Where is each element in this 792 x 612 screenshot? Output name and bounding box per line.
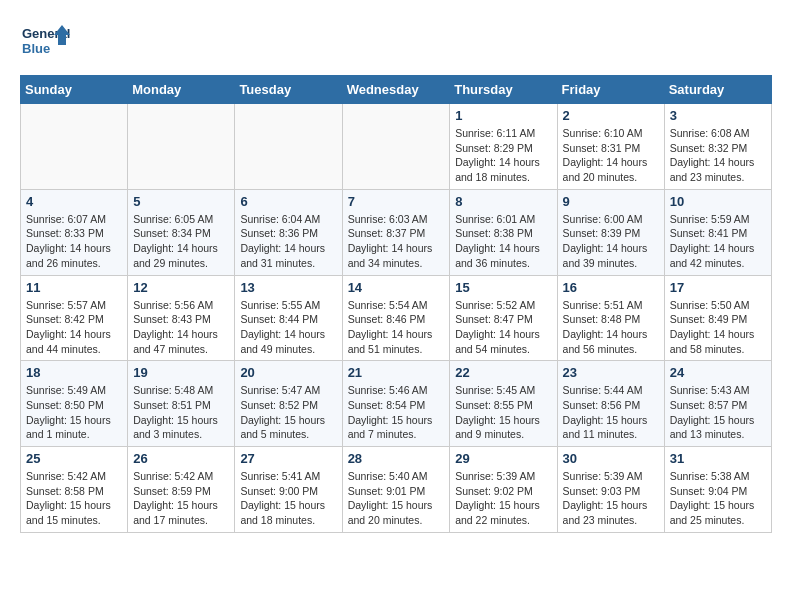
day-number: 14 [348,280,445,295]
day-info: Sunrise: 5:48 AM Sunset: 8:51 PM Dayligh… [133,383,229,442]
calendar-cell: 28Sunrise: 5:40 AM Sunset: 9:01 PM Dayli… [342,447,450,533]
day-info: Sunrise: 5:38 AM Sunset: 9:04 PM Dayligh… [670,469,766,528]
calendar-week-1: 1Sunrise: 6:11 AM Sunset: 8:29 PM Daylig… [21,104,772,190]
day-info: Sunrise: 5:59 AM Sunset: 8:41 PM Dayligh… [670,212,766,271]
day-info: Sunrise: 5:40 AM Sunset: 9:01 PM Dayligh… [348,469,445,528]
day-info: Sunrise: 5:42 AM Sunset: 8:59 PM Dayligh… [133,469,229,528]
calendar-cell: 13Sunrise: 5:55 AM Sunset: 8:44 PM Dayli… [235,275,342,361]
svg-text:Blue: Blue [22,41,50,56]
calendar-cell: 31Sunrise: 5:38 AM Sunset: 9:04 PM Dayli… [664,447,771,533]
calendar-cell: 24Sunrise: 5:43 AM Sunset: 8:57 PM Dayli… [664,361,771,447]
calendar-cell: 2Sunrise: 6:10 AM Sunset: 8:31 PM Daylig… [557,104,664,190]
day-number: 13 [240,280,336,295]
calendar-week-5: 25Sunrise: 5:42 AM Sunset: 8:58 PM Dayli… [21,447,772,533]
day-info: Sunrise: 5:39 AM Sunset: 9:03 PM Dayligh… [563,469,659,528]
day-info: Sunrise: 5:51 AM Sunset: 8:48 PM Dayligh… [563,298,659,357]
day-number: 24 [670,365,766,380]
calendar-cell: 21Sunrise: 5:46 AM Sunset: 8:54 PM Dayli… [342,361,450,447]
day-number: 20 [240,365,336,380]
day-number: 2 [563,108,659,123]
calendar-cell: 11Sunrise: 5:57 AM Sunset: 8:42 PM Dayli… [21,275,128,361]
day-number: 17 [670,280,766,295]
day-info: Sunrise: 6:00 AM Sunset: 8:39 PM Dayligh… [563,212,659,271]
calendar-cell: 17Sunrise: 5:50 AM Sunset: 8:49 PM Dayli… [664,275,771,361]
day-number: 10 [670,194,766,209]
weekday-header-saturday: Saturday [664,76,771,104]
day-info: Sunrise: 5:45 AM Sunset: 8:55 PM Dayligh… [455,383,551,442]
calendar-cell: 27Sunrise: 5:41 AM Sunset: 9:00 PM Dayli… [235,447,342,533]
day-number: 27 [240,451,336,466]
day-info: Sunrise: 6:03 AM Sunset: 8:37 PM Dayligh… [348,212,445,271]
calendar-cell: 6Sunrise: 6:04 AM Sunset: 8:36 PM Daylig… [235,189,342,275]
day-info: Sunrise: 5:39 AM Sunset: 9:02 PM Dayligh… [455,469,551,528]
day-number: 29 [455,451,551,466]
calendar-cell: 7Sunrise: 6:03 AM Sunset: 8:37 PM Daylig… [342,189,450,275]
day-number: 5 [133,194,229,209]
day-info: Sunrise: 5:43 AM Sunset: 8:57 PM Dayligh… [670,383,766,442]
day-number: 12 [133,280,229,295]
calendar-cell: 20Sunrise: 5:47 AM Sunset: 8:52 PM Dayli… [235,361,342,447]
page-header: General Blue [20,20,772,65]
calendar-cell: 14Sunrise: 5:54 AM Sunset: 8:46 PM Dayli… [342,275,450,361]
day-number: 11 [26,280,122,295]
calendar-cell: 8Sunrise: 6:01 AM Sunset: 8:38 PM Daylig… [450,189,557,275]
calendar-cell: 26Sunrise: 5:42 AM Sunset: 8:59 PM Dayli… [128,447,235,533]
day-info: Sunrise: 5:54 AM Sunset: 8:46 PM Dayligh… [348,298,445,357]
logo-svg: General Blue [20,20,70,65]
day-number: 25 [26,451,122,466]
calendar-cell: 9Sunrise: 6:00 AM Sunset: 8:39 PM Daylig… [557,189,664,275]
calendar-cell: 23Sunrise: 5:44 AM Sunset: 8:56 PM Dayli… [557,361,664,447]
day-info: Sunrise: 6:10 AM Sunset: 8:31 PM Dayligh… [563,126,659,185]
logo: General Blue [20,20,70,65]
day-number: 23 [563,365,659,380]
day-info: Sunrise: 5:50 AM Sunset: 8:49 PM Dayligh… [670,298,766,357]
weekday-header-sunday: Sunday [21,76,128,104]
day-info: Sunrise: 6:07 AM Sunset: 8:33 PM Dayligh… [26,212,122,271]
calendar-table: SundayMondayTuesdayWednesdayThursdayFrid… [20,75,772,533]
day-info: Sunrise: 6:11 AM Sunset: 8:29 PM Dayligh… [455,126,551,185]
day-number: 15 [455,280,551,295]
day-number: 19 [133,365,229,380]
day-info: Sunrise: 5:42 AM Sunset: 8:58 PM Dayligh… [26,469,122,528]
day-number: 22 [455,365,551,380]
day-number: 3 [670,108,766,123]
day-number: 30 [563,451,659,466]
calendar-week-3: 11Sunrise: 5:57 AM Sunset: 8:42 PM Dayli… [21,275,772,361]
calendar-cell [128,104,235,190]
weekday-header-tuesday: Tuesday [235,76,342,104]
day-info: Sunrise: 6:04 AM Sunset: 8:36 PM Dayligh… [240,212,336,271]
day-number: 9 [563,194,659,209]
calendar-cell [235,104,342,190]
calendar-cell: 4Sunrise: 6:07 AM Sunset: 8:33 PM Daylig… [21,189,128,275]
day-number: 8 [455,194,551,209]
calendar-cell: 5Sunrise: 6:05 AM Sunset: 8:34 PM Daylig… [128,189,235,275]
calendar-cell: 19Sunrise: 5:48 AM Sunset: 8:51 PM Dayli… [128,361,235,447]
day-number: 6 [240,194,336,209]
day-number: 18 [26,365,122,380]
day-number: 26 [133,451,229,466]
day-info: Sunrise: 6:01 AM Sunset: 8:38 PM Dayligh… [455,212,551,271]
calendar-cell: 18Sunrise: 5:49 AM Sunset: 8:50 PM Dayli… [21,361,128,447]
day-info: Sunrise: 5:57 AM Sunset: 8:42 PM Dayligh… [26,298,122,357]
day-info: Sunrise: 5:49 AM Sunset: 8:50 PM Dayligh… [26,383,122,442]
day-number: 16 [563,280,659,295]
weekday-header-friday: Friday [557,76,664,104]
day-info: Sunrise: 5:44 AM Sunset: 8:56 PM Dayligh… [563,383,659,442]
calendar-cell: 22Sunrise: 5:45 AM Sunset: 8:55 PM Dayli… [450,361,557,447]
day-number: 31 [670,451,766,466]
day-info: Sunrise: 5:55 AM Sunset: 8:44 PM Dayligh… [240,298,336,357]
day-number: 28 [348,451,445,466]
day-info: Sunrise: 5:46 AM Sunset: 8:54 PM Dayligh… [348,383,445,442]
weekday-header-monday: Monday [128,76,235,104]
day-info: Sunrise: 6:08 AM Sunset: 8:32 PM Dayligh… [670,126,766,185]
day-number: 21 [348,365,445,380]
calendar-cell [342,104,450,190]
day-info: Sunrise: 5:47 AM Sunset: 8:52 PM Dayligh… [240,383,336,442]
day-number: 4 [26,194,122,209]
calendar-cell: 16Sunrise: 5:51 AM Sunset: 8:48 PM Dayli… [557,275,664,361]
calendar-week-2: 4Sunrise: 6:07 AM Sunset: 8:33 PM Daylig… [21,189,772,275]
calendar-cell: 1Sunrise: 6:11 AM Sunset: 8:29 PM Daylig… [450,104,557,190]
calendar-cell: 12Sunrise: 5:56 AM Sunset: 8:43 PM Dayli… [128,275,235,361]
calendar-cell: 15Sunrise: 5:52 AM Sunset: 8:47 PM Dayli… [450,275,557,361]
day-info: Sunrise: 6:05 AM Sunset: 8:34 PM Dayligh… [133,212,229,271]
